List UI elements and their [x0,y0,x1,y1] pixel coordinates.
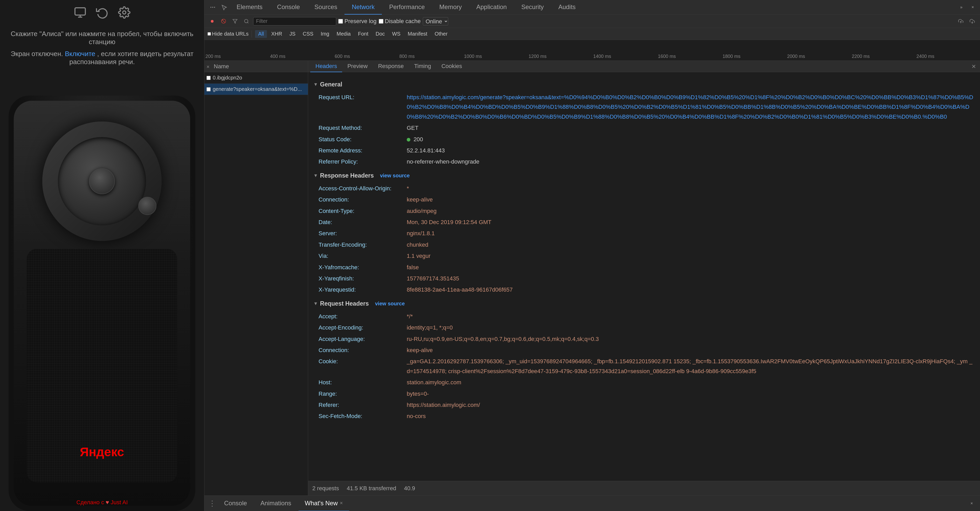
filter-other-button[interactable]: Other [431,30,450,38]
filter-xhr-button[interactable]: XHR [268,30,285,38]
timeline-label-1400: 1400 ms [592,54,657,59]
request-url-value: https://station.aimylogic.com/generate?s… [407,93,975,121]
req-range-row: Range: bytes=0- [313,388,975,399]
tab-elements[interactable]: Elements [229,0,270,14]
request-headers-section-header[interactable]: ▼ Request Headers view source [313,299,975,309]
devtools-close-icon[interactable]: × [967,2,978,13]
timeline-label-1200: 1200 ms [528,54,592,59]
turn-on-link[interactable]: Включите [65,50,95,57]
req-host-value: station.aimylogic.com [407,377,461,387]
detail-tab-response[interactable]: Response [373,61,409,72]
speaker-center-button [89,168,115,194]
devtools-menu-icon[interactable] [207,2,218,13]
filter-input[interactable] [253,17,336,26]
disable-cache-checkbox[interactable] [379,19,383,24]
resp-access-control-row: Access-Control-Allow-Origin: * [313,183,975,194]
general-toggle-icon: ▼ [313,80,318,89]
bottom-tab-animations[interactable]: Animations [254,496,298,511]
website-toolbar [0,0,204,25]
bottom-stats-bar: 2 requests 41.5 KB transferred 40.9 [308,481,980,495]
devtools-panel: Elements Console Sources Network Perform… [204,0,980,511]
list-item[interactable]: 0.ibgjdcpn2o [204,72,308,84]
list-item-checkbox[interactable] [207,76,211,80]
bottom-tab-whats-new[interactable]: What's New × [299,496,349,511]
tab-memory[interactable]: Memory [432,0,469,14]
record-button[interactable]: ⏺ [207,17,217,26]
tab-security[interactable]: Security [514,0,551,14]
req-host-row: Host: station.aimylogic.com [313,377,975,388]
tab-audits[interactable]: Audits [551,0,583,14]
preserve-log-label[interactable]: Preserve log [338,18,377,25]
filter-all-button[interactable]: All [255,30,267,38]
refresh-icon[interactable] [95,5,109,19]
detail-close-icon[interactable]: × [970,62,978,70]
timeline-label-2200: 2200 ms [851,54,915,59]
settings-icon[interactable] [117,5,131,19]
import-icon[interactable] [956,17,966,26]
filter-font-button[interactable]: Font [355,30,371,38]
devtools-more-icon[interactable]: » [956,2,967,13]
filter-media-button[interactable]: Media [333,30,353,38]
clear-button[interactable]: 🚫 [219,17,228,26]
req-referer-row: Referer: https://station.aimylogic.com/ [313,399,975,410]
svg-line-9 [247,22,248,23]
bottom-bar-close-icon[interactable]: × [967,498,977,509]
tab-application[interactable]: Application [469,0,514,14]
filter-icon[interactable] [230,17,240,26]
list-item-selected-checkbox[interactable] [207,87,211,91]
search-icon[interactable] [242,17,251,26]
resp-connection-value: keep-alive [407,195,433,204]
response-headers-section-header[interactable]: ▼ Response Headers view source [313,171,975,181]
network-filter-bar: Hide data URLs All XHR JS CSS Img Media … [204,28,980,40]
name-close-icon[interactable]: × [207,64,212,69]
export-icon[interactable] [967,17,977,26]
filter-manifest-button[interactable]: Manifest [405,30,431,38]
bottom-tab-close-icon[interactable]: × [340,500,343,506]
disable-cache-label[interactable]: Disable cache [379,18,421,25]
filter-js-button[interactable]: JS [286,30,299,38]
list-item-selected[interactable]: generate?speaker=oksana&text=%D... [204,84,308,95]
request-headers-view-source[interactable]: view source [375,299,405,308]
bottom-tab-console[interactable]: Console [218,496,253,511]
status-code-value: 200 [407,134,423,144]
online-select[interactable]: Online [423,17,448,26]
size-stat: 40.9 [404,485,415,492]
detail-panel: Headers Preview Response Timing Cookies … [308,61,980,495]
speaker-logo: Яндекс [80,445,124,459]
detail-tab-cookies[interactable]: Cookies [436,61,467,72]
bottom-menu-icon[interactable]: ⋮ [207,499,217,508]
timeline-label-2000: 2000 ms [786,54,851,59]
tab-sources[interactable]: Sources [307,0,344,14]
resp-date-row: Date: Mon, 30 Dec 2019 09:12:54 GMT [313,217,975,228]
speaker-image: Яндекс [9,96,195,511]
req-accept-value: */* [407,311,413,321]
speaker-top-circle [42,121,162,241]
detail-tab-preview[interactable]: Preview [342,61,373,72]
hide-data-urls-checkbox[interactable] [207,32,211,35]
filter-css-button[interactable]: CSS [300,30,317,38]
preserve-log-checkbox[interactable] [338,19,343,24]
resp-server-row: Server: nginx/1.8.1 [313,228,975,239]
name-list: 0.ibgjdcpn2o generate?speaker=oksana&tex… [204,72,308,495]
filter-img-button[interactable]: Img [318,30,332,38]
response-headers-view-source[interactable]: view source [380,171,410,180]
resp-transfer-encoding-value: chunked [407,240,428,249]
tab-console[interactable]: Console [270,0,307,14]
detail-tab-headers[interactable]: Headers [310,61,342,72]
station-prompt: Скажите "Алиса" или нажмите на пробел, ч… [10,30,194,46]
filter-ws-button[interactable]: WS [389,30,404,38]
resp-yarequestid-value: 8fe88138-2ae4-11ea-aa48-96167d06f657 [407,285,513,294]
speaker-body: Яндекс [14,101,190,506]
filter-doc-button[interactable]: Doc [372,30,388,38]
tab-network[interactable]: Network [344,0,382,14]
svg-point-3 [123,11,126,14]
request-url-row: Request URL: https://station.aimylogic.c… [313,92,975,122]
general-section-header[interactable]: ▼ General [313,80,975,89]
devtools-cursor-icon[interactable] [219,2,229,13]
speaker-side-button [138,197,156,215]
hide-data-urls-label[interactable]: Hide data URLs [207,31,248,37]
tab-performance[interactable]: Performance [382,0,432,14]
resp-content-type-row: Content-Type: audio/mpeg [313,205,975,217]
detail-tab-timing[interactable]: Timing [409,61,436,72]
timeline-label-800: 800 ms [398,54,463,59]
